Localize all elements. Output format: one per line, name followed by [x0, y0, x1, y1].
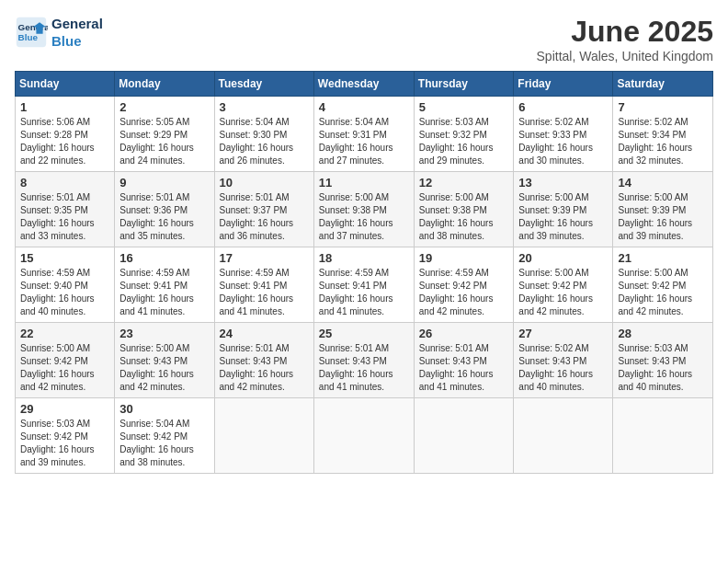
calendar-cell: 16 Sunrise: 4:59 AM Sunset: 9:41 PM Dayl…	[115, 247, 214, 323]
calendar-cell: 14 Sunrise: 5:00 AM Sunset: 9:39 PM Dayl…	[613, 172, 713, 247]
calendar-cell: 6 Sunrise: 5:02 AM Sunset: 9:33 PM Dayli…	[514, 97, 613, 172]
calendar-cell: 10 Sunrise: 5:01 AM Sunset: 9:37 PM Dayl…	[214, 172, 313, 247]
day-number: 4	[319, 100, 409, 114]
calendar-cell	[514, 398, 613, 474]
day-info: Sunrise: 5:01 AM Sunset: 9:37 PM Dayligh…	[220, 191, 309, 243]
day-number: 19	[419, 251, 509, 265]
weekday-header: Wednesday	[313, 72, 414, 97]
day-info: Sunrise: 5:00 AM Sunset: 9:39 PM Dayligh…	[618, 191, 708, 243]
calendar-week-row: 22 Sunrise: 5:00 AM Sunset: 9:42 PM Dayl…	[16, 323, 713, 398]
day-number: 12	[419, 176, 509, 190]
svg-text:Blue: Blue	[18, 32, 39, 42]
day-number: 15	[20, 251, 109, 265]
logo-text-blue: Blue	[51, 33, 82, 49]
calendar-cell: 20 Sunrise: 5:00 AM Sunset: 9:42 PM Dayl…	[514, 247, 613, 323]
day-number: 13	[518, 176, 608, 190]
day-info: Sunrise: 5:01 AM Sunset: 9:43 PM Dayligh…	[319, 342, 409, 394]
day-info: Sunrise: 5:01 AM Sunset: 9:43 PM Dayligh…	[220, 342, 309, 394]
calendar-cell: 25 Sunrise: 5:01 AM Sunset: 9:43 PM Dayl…	[313, 323, 414, 398]
calendar-cell: 8 Sunrise: 5:01 AM Sunset: 9:35 PM Dayli…	[16, 172, 115, 247]
day-info: Sunrise: 5:06 AM Sunset: 9:28 PM Dayligh…	[20, 116, 109, 167]
day-number: 11	[319, 176, 409, 190]
calendar-cell	[214, 398, 313, 474]
weekday-header: Friday	[514, 72, 613, 97]
day-info: Sunrise: 5:00 AM Sunset: 9:38 PM Dayligh…	[419, 191, 509, 243]
day-number: 24	[220, 327, 309, 340]
calendar-week-row: 29 Sunrise: 5:03 AM Sunset: 9:42 PM Dayl…	[16, 398, 713, 474]
day-number: 2	[119, 100, 209, 114]
day-number: 18	[319, 251, 409, 265]
day-info: Sunrise: 5:00 AM Sunset: 9:42 PM Dayligh…	[618, 267, 708, 318]
calendar-title: June 2025	[537, 15, 713, 49]
day-info: Sunrise: 5:03 AM Sunset: 9:42 PM Dayligh…	[20, 418, 109, 469]
day-number: 20	[518, 251, 608, 265]
day-info: Sunrise: 4:59 AM Sunset: 9:42 PM Dayligh…	[419, 267, 509, 318]
day-info: Sunrise: 4:59 AM Sunset: 9:41 PM Dayligh…	[220, 267, 309, 318]
logo-text-general: General	[51, 16, 103, 31]
title-block: June 2025 Spittal, Wales, United Kingdom	[537, 15, 713, 63]
day-number: 1	[20, 100, 109, 114]
day-number: 30	[119, 402, 209, 416]
day-info: Sunrise: 5:04 AM Sunset: 9:42 PM Dayligh…	[119, 418, 209, 469]
day-number: 22	[20, 327, 109, 340]
calendar-week-row: 1 Sunrise: 5:06 AM Sunset: 9:28 PM Dayli…	[16, 97, 713, 172]
day-info: Sunrise: 5:02 AM Sunset: 9:34 PM Dayligh…	[618, 116, 708, 167]
day-number: 17	[220, 251, 309, 265]
day-number: 21	[618, 251, 708, 265]
calendar-cell: 19 Sunrise: 4:59 AM Sunset: 9:42 PM Dayl…	[414, 247, 514, 323]
calendar-cell: 7 Sunrise: 5:02 AM Sunset: 9:34 PM Dayli…	[613, 97, 713, 172]
logo-icon: General Blue	[15, 16, 48, 49]
day-number: 7	[618, 100, 708, 114]
day-info: Sunrise: 5:03 AM Sunset: 9:43 PM Dayligh…	[618, 342, 708, 394]
day-info: Sunrise: 5:02 AM Sunset: 9:33 PM Dayligh…	[518, 116, 608, 167]
day-info: Sunrise: 5:00 AM Sunset: 9:42 PM Dayligh…	[518, 267, 608, 318]
day-info: Sunrise: 4:59 AM Sunset: 9:40 PM Dayligh…	[20, 267, 109, 318]
calendar-subtitle: Spittal, Wales, United Kingdom	[537, 49, 713, 63]
calendar-cell: 11 Sunrise: 5:00 AM Sunset: 9:38 PM Dayl…	[313, 172, 414, 247]
day-number: 3	[220, 100, 309, 114]
day-number: 14	[618, 176, 708, 190]
calendar-week-row: 15 Sunrise: 4:59 AM Sunset: 9:40 PM Dayl…	[16, 247, 713, 323]
calendar-cell: 1 Sunrise: 5:06 AM Sunset: 9:28 PM Dayli…	[16, 97, 115, 172]
calendar-cell	[313, 398, 414, 474]
calendar-cell: 23 Sunrise: 5:00 AM Sunset: 9:43 PM Dayl…	[115, 323, 214, 398]
weekday-header: Tuesday	[214, 72, 313, 97]
day-number: 27	[518, 327, 608, 340]
calendar-cell: 17 Sunrise: 4:59 AM Sunset: 9:41 PM Dayl…	[214, 247, 313, 323]
day-number: 9	[119, 176, 209, 190]
day-info: Sunrise: 5:04 AM Sunset: 9:30 PM Dayligh…	[220, 116, 309, 167]
calendar-cell: 26 Sunrise: 5:01 AM Sunset: 9:43 PM Dayl…	[414, 323, 514, 398]
calendar-cell: 21 Sunrise: 5:00 AM Sunset: 9:42 PM Dayl…	[613, 247, 713, 323]
day-info: Sunrise: 4:59 AM Sunset: 9:41 PM Dayligh…	[319, 267, 409, 318]
calendar-table: SundayMondayTuesdayWednesdayThursdayFrid…	[15, 71, 713, 474]
weekday-header: Thursday	[414, 72, 514, 97]
day-info: Sunrise: 5:00 AM Sunset: 9:39 PM Dayligh…	[518, 191, 608, 243]
calendar-cell: 28 Sunrise: 5:03 AM Sunset: 9:43 PM Dayl…	[613, 323, 713, 398]
calendar-week-row: 8 Sunrise: 5:01 AM Sunset: 9:35 PM Dayli…	[16, 172, 713, 247]
day-number: 29	[20, 402, 109, 416]
calendar-cell: 22 Sunrise: 5:00 AM Sunset: 9:42 PM Dayl…	[16, 323, 115, 398]
day-info: Sunrise: 5:02 AM Sunset: 9:43 PM Dayligh…	[518, 342, 608, 394]
calendar-cell: 29 Sunrise: 5:03 AM Sunset: 9:42 PM Dayl…	[16, 398, 115, 474]
calendar-cell: 2 Sunrise: 5:05 AM Sunset: 9:29 PM Dayli…	[115, 97, 214, 172]
day-number: 8	[20, 176, 109, 190]
calendar-cell: 4 Sunrise: 5:04 AM Sunset: 9:31 PM Dayli…	[313, 97, 414, 172]
day-info: Sunrise: 5:05 AM Sunset: 9:29 PM Dayligh…	[119, 116, 209, 167]
day-info: Sunrise: 5:04 AM Sunset: 9:31 PM Dayligh…	[319, 116, 409, 167]
calendar-cell: 3 Sunrise: 5:04 AM Sunset: 9:30 PM Dayli…	[214, 97, 313, 172]
day-info: Sunrise: 5:01 AM Sunset: 9:35 PM Dayligh…	[20, 191, 109, 243]
calendar-cell: 30 Sunrise: 5:04 AM Sunset: 9:42 PM Dayl…	[115, 398, 214, 474]
calendar-cell: 5 Sunrise: 5:03 AM Sunset: 9:32 PM Dayli…	[414, 97, 514, 172]
calendar-cell: 24 Sunrise: 5:01 AM Sunset: 9:43 PM Dayl…	[214, 323, 313, 398]
day-number: 10	[220, 176, 309, 190]
calendar-cell: 12 Sunrise: 5:00 AM Sunset: 9:38 PM Dayl…	[414, 172, 514, 247]
weekday-header: Saturday	[613, 72, 713, 97]
calendar-cell	[613, 398, 713, 474]
calendar-cell: 15 Sunrise: 4:59 AM Sunset: 9:40 PM Dayl…	[16, 247, 115, 323]
logo: General Blue General Blue	[15, 15, 103, 50]
day-number: 5	[419, 100, 509, 114]
day-info: Sunrise: 5:00 AM Sunset: 9:42 PM Dayligh…	[20, 342, 109, 394]
day-info: Sunrise: 5:01 AM Sunset: 9:43 PM Dayligh…	[419, 342, 509, 394]
calendar-cell: 18 Sunrise: 4:59 AM Sunset: 9:41 PM Dayl…	[313, 247, 414, 323]
calendar-cell: 27 Sunrise: 5:02 AM Sunset: 9:43 PM Dayl…	[514, 323, 613, 398]
